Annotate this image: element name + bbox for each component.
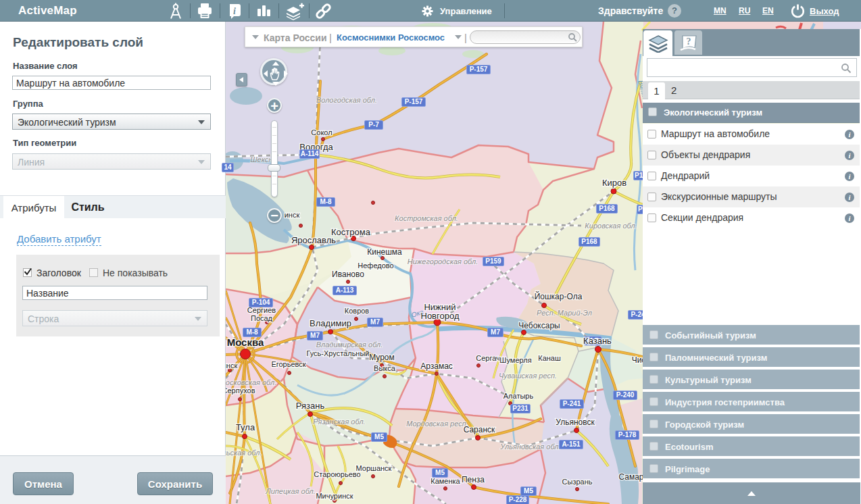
svg-text:Респ. Марий-Эл: Респ. Марий-Эл: [537, 309, 592, 317]
svg-text:Гусь-Хрустальный: Гусь-Хрустальный: [306, 349, 369, 357]
svg-text:Выкса: Выкса: [374, 364, 396, 372]
svg-text:i: i: [233, 6, 236, 16]
svg-text:Кострома: Кострома: [331, 227, 371, 237]
svg-text:?: ?: [687, 36, 691, 47]
svg-text:Ярославль: Ярославль: [291, 235, 336, 245]
svg-text:Ульяновск: Ульяновск: [556, 418, 595, 427]
svg-text:Владимир: Владимир: [310, 318, 351, 328]
svg-text:Иваново: Иваново: [332, 270, 364, 279]
svg-text:инск: инск: [285, 211, 300, 219]
svg-text:Ульяновская обл.: Ульяновская обл.: [499, 443, 560, 451]
svg-text:Липецкая обл.: Липецкая обл.: [265, 487, 316, 495]
svg-text:Староюрьево: Староюрьево: [314, 470, 360, 478]
svg-text:Казань: Казань: [583, 336, 612, 346]
svg-text:Рязань: Рязань: [296, 401, 325, 411]
svg-text:Вологодская обл.: Вологодская обл.: [316, 96, 377, 104]
svg-text:Серпухов: Серпухов: [226, 386, 255, 395]
svg-text:Нефедово: Нефедово: [358, 261, 393, 270]
svg-text:Кировская обл.: Кировская обл.: [585, 222, 637, 230]
svg-text:Московская обл.: Московская обл.: [226, 378, 276, 386]
svg-text:Костромская обл.: Костромская обл.: [395, 214, 458, 222]
svg-text:Новгород: Новгород: [421, 311, 460, 321]
svg-text:Тула: Тула: [236, 422, 255, 432]
svg-text:Ковров: Ковров: [345, 307, 370, 315]
svg-text:Кинешма: Кинешма: [367, 247, 402, 257]
svg-text:Нижегородская обл.: Нижегородская обл.: [408, 257, 478, 266]
svg-text:Посад: Посад: [251, 314, 273, 322]
svg-text:Егорьевск: Егорьевск: [271, 360, 305, 368]
svg-text:Каменка: Каменка: [430, 477, 460, 485]
svg-text:Шумерля: Шумерля: [499, 356, 531, 364]
svg-text:Рязанская обл.: Рязанская обл.: [313, 418, 365, 426]
svg-text:Чебоксары: Чебоксары: [518, 321, 560, 330]
svg-text:Сызрань: Сызрань: [562, 478, 593, 486]
svg-text:Сокол: Сокол: [311, 128, 332, 136]
svg-text:Москва: Москва: [227, 336, 264, 348]
svg-text:Арзамас: Арзамас: [420, 361, 453, 371]
svg-text:Сергач: Сергач: [476, 354, 500, 362]
svg-text:льская обл.: льская обл.: [226, 449, 262, 457]
svg-text:инск: инск: [226, 361, 237, 370]
svg-text:Алатырь: Алатырь: [503, 392, 534, 400]
svg-text:Саранск: Саранск: [464, 425, 495, 434]
svg-text:Йошкар-Ола: Йошкар-Ола: [535, 291, 583, 301]
svg-text:Самар: Самар: [618, 472, 643, 482]
svg-text:Муром: Муром: [369, 353, 395, 362]
svg-text:Мичуринск: Мичуринск: [316, 492, 353, 500]
svg-text:Моршанск: Моршанск: [356, 464, 392, 472]
svg-text:Владимирская обл.: Владимирская обл.: [316, 341, 383, 349]
svg-text:Чувашская респ.: Чувашская респ.: [499, 372, 557, 380]
svg-text:Мордовская респ.: Мордовская респ.: [406, 420, 468, 428]
svg-text:Киров: Киров: [602, 178, 626, 188]
svg-text:Канаш: Канаш: [538, 354, 561, 362]
svg-text:Пенза: Пенза: [462, 475, 485, 484]
